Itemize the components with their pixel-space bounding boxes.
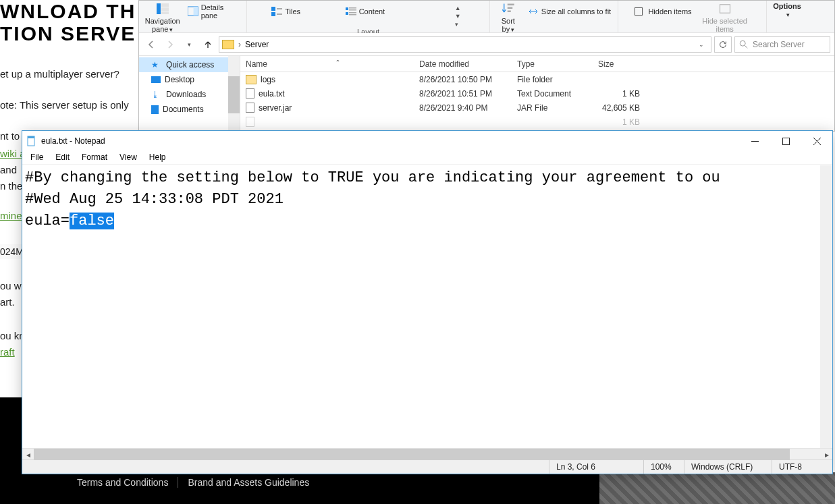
editor-line: eula=false: [25, 213, 114, 229]
scroll-right-icon[interactable]: ▸: [821, 449, 832, 460]
notepad-vertical-scrollbar[interactable]: [820, 165, 832, 448]
checkbox-icon: [635, 7, 643, 16]
notepad-editor[interactable]: #By changing the setting below to TRUE y…: [22, 165, 832, 448]
page-text: ote: This server setup is only: [0, 97, 138, 113]
search-icon: [739, 40, 749, 49]
maximize-button[interactable]: [770, 131, 801, 151]
file-explorer-window: Navigation pane Details pane Panes: [138, 0, 835, 132]
notepad-title: eula.txt - Notepad: [41, 136, 105, 146]
svg-point-20: [740, 40, 745, 46]
star-icon: ★: [151, 60, 162, 69]
menu-help[interactable]: Help: [144, 151, 171, 164]
options-button[interactable]: Options: [770, 2, 804, 19]
file-row[interactable]: 1 KB: [240, 115, 834, 129]
layout-tiles-button[interactable]: Tiles: [269, 5, 302, 18]
notepad-window: eula.txt - Notepad File Edit Format View…: [22, 130, 833, 474]
breadcrumb[interactable]: › Server ⌄: [219, 36, 711, 53]
menu-file[interactable]: File: [25, 151, 49, 164]
notepad-horizontal-scrollbar[interactable]: ◂ ▸: [22, 448, 832, 459]
svg-rect-18: [508, 11, 511, 13]
hide-selected-button: Hide selected items: [698, 2, 752, 33]
status-zoom: 100%: [643, 460, 684, 474]
scroll-left-icon[interactable]: ◂: [22, 449, 34, 460]
page-heading-l2: TION SERVE: [0, 22, 138, 45]
svg-rect-19: [720, 5, 730, 13]
content-icon: [346, 6, 356, 17]
minimize-button[interactable]: [739, 131, 770, 151]
menu-view[interactable]: View: [114, 151, 142, 164]
nav-up-button[interactable]: [200, 36, 216, 53]
sort-icon: [502, 2, 515, 16]
breadcrumb-dropdown-icon[interactable]: ⌄: [695, 41, 708, 48]
documents-icon: [151, 105, 159, 114]
nav-recent-button[interactable]: ▾: [181, 36, 197, 53]
nav-documents[interactable]: Documents 📌: [139, 102, 240, 117]
size-columns-icon: [528, 6, 539, 17]
file-row[interactable]: server.jar 8/26/2021 9:40 PM JAR File 42…: [240, 101, 834, 115]
layout-scroll-down-icon[interactable]: ▼: [455, 13, 467, 20]
nav-downloads[interactable]: ⭳ Downloads 📌: [139, 87, 240, 102]
col-size[interactable]: Size: [593, 59, 645, 69]
svg-rect-13: [346, 12, 348, 15]
notepad-titlebar[interactable]: eula.txt - Notepad: [22, 131, 832, 151]
refresh-button[interactable]: [714, 36, 732, 53]
svg-rect-11: [349, 7, 356, 9]
nav-scrollbar-thumb[interactable]: [228, 76, 240, 113]
desktop-icon: [151, 76, 161, 83]
explorer-ribbon: Navigation pane Details pane Panes: [139, 1, 834, 33]
page-link[interactable]: mine: [0, 210, 22, 221]
search-input[interactable]: Search Server: [734, 36, 830, 53]
footer-link-terms[interactable]: Terms and Conditions: [77, 477, 178, 488]
folder-icon: [246, 75, 257, 84]
svg-rect-15: [349, 14, 356, 16]
page-text: et up a multiplayer server?: [0, 66, 138, 82]
file-row[interactable]: logs 8/26/2021 10:50 PM File folder: [240, 72, 834, 86]
details-pane-icon: [188, 6, 198, 17]
footer-link-brand[interactable]: Brand and Assets Guidelines: [188, 477, 319, 488]
svg-rect-3: [161, 11, 169, 14]
layout-content-button[interactable]: Content: [344, 5, 387, 18]
nav-desktop[interactable]: Desktop 📌: [139, 72, 240, 87]
notepad-icon: [26, 136, 37, 146]
page-link[interactable]: raft: [0, 346, 15, 358]
file-row[interactable]: eula.txt 8/26/2021 10:51 PM Text Documen…: [240, 86, 834, 101]
sort-by-button[interactable]: Sort by: [495, 2, 522, 34]
svg-rect-23: [782, 138, 789, 144]
editor-selection: false: [70, 213, 114, 229]
menu-edit[interactable]: Edit: [50, 151, 75, 164]
breadcrumb-item[interactable]: Server: [245, 40, 269, 49]
nav-quick-access[interactable]: ★ Quick access: [139, 57, 240, 72]
text-file-icon: [246, 88, 254, 99]
layout-scroll-up-icon[interactable]: ▲: [455, 5, 467, 11]
svg-rect-5: [194, 7, 198, 16]
nav-back-button[interactable]: [143, 36, 159, 53]
size-all-columns-button[interactable]: Size all columns to fit: [526, 5, 613, 18]
svg-rect-2: [161, 7, 169, 11]
folder-icon: [222, 40, 234, 49]
status-encoding: UTF-8: [772, 460, 832, 474]
details-pane-button[interactable]: Details pane: [186, 5, 242, 18]
explorer-address-bar: ▾ › Server ⌄ Search Server: [139, 33, 834, 56]
col-type[interactable]: Type: [512, 59, 593, 69]
navigation-pane-button[interactable]: Navigation pane: [143, 2, 182, 34]
svg-rect-14: [349, 12, 356, 13]
svg-rect-9: [277, 13, 282, 15]
col-date[interactable]: Date modified: [414, 59, 512, 69]
menu-format[interactable]: Format: [76, 151, 113, 164]
editor-line: #Wed Aug 25 14:33:08 PDT 2021: [25, 191, 284, 208]
page-heading-l1: WNLOAD TH: [0, 0, 138, 22]
svg-rect-16: [508, 4, 514, 6]
layout-expand-icon[interactable]: ▾: [455, 21, 467, 28]
navigation-pane-icon: [156, 2, 169, 16]
scrollbar-thumb[interactable]: [34, 449, 790, 460]
editor-line: #By changing the setting below to TRUE y…: [25, 169, 720, 186]
col-name[interactable]: Name ˆ: [240, 59, 414, 69]
tiles-icon: [271, 6, 282, 17]
downloads-icon: ⭳: [151, 90, 162, 99]
page-texture: [599, 472, 835, 504]
close-button[interactable]: [801, 131, 832, 151]
status-line-ending: Windows (CRLF): [684, 460, 772, 474]
hidden-items-checkbox[interactable]: Hidden items: [632, 5, 693, 18]
nav-forward-button: [162, 36, 178, 53]
explorer-file-pane: Name ˆ Date modified Type Size logs 8/26…: [240, 56, 834, 131]
